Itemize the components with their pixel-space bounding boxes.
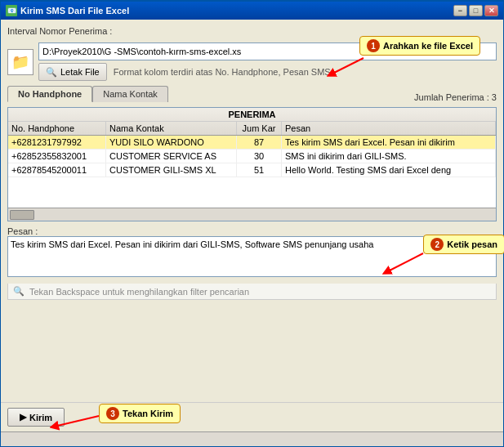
folder-icon: 📁 (11, 53, 29, 71)
file-btn-row: 🔍 Letak File Format kolom terdiri atas N… (38, 63, 497, 81)
main-window: 📧 Kirim SMS Dari File Excel − □ ✕ Interv… (0, 0, 504, 447)
table-row[interactable]: +6281231797992 YUDI SILO WARDONO 87 Tes … (8, 136, 496, 150)
file-section: 📁 🔍 Letak File Format kolom terdiri atas… (7, 42, 497, 81)
cell-jum-1: 30 (237, 150, 282, 163)
status-bar (1, 431, 503, 446)
file-icon: 📁 (7, 49, 33, 75)
title-buttons: − □ ✕ (453, 5, 498, 16)
pesan-label: Pesan : (7, 226, 38, 236)
callout-2: 2 Ketik pesan (423, 235, 504, 254)
cell-nama-0: YUDI SILO WARDONO (106, 136, 237, 149)
window-content: Interval Nomor Penerima : 📁 🔍 Letak File… (1, 20, 503, 402)
window-icon: 📧 (6, 5, 17, 16)
search-hint: Tekan Backspace untuk menghilangkan filt… (29, 287, 249, 297)
table-row[interactable]: +62852355832001 CUSTOMER SERVICE AS 30 S… (8, 150, 496, 163)
tab-nama-kontak[interactable]: Nama Kontak (92, 86, 168, 102)
col-header-no: No. Handphone (8, 122, 106, 135)
callout-3-arrow (50, 412, 103, 432)
table-header: PENERIMA No. Handphone Nama Kontak Jum K… (8, 108, 496, 136)
cell-nama-2: CUSTOMER GILI-SMS XL (106, 163, 237, 177)
cell-nama-1: CUSTOMER SERVICE AS (106, 150, 237, 163)
cell-no-2: +62878545200011 (8, 163, 106, 177)
window-title: Kirim SMS Dari File Excel (20, 6, 129, 16)
minimize-button[interactable]: − (453, 5, 467, 16)
table-row[interactable]: +62878545200011 CUSTOMER GILI-SMS XL 51 … (8, 163, 496, 177)
svg-line-0 (331, 58, 364, 74)
cell-jum-0: 87 (237, 136, 282, 149)
pesan-section: Pesan : Tes kirim SMS dari Excel. Pesan … (7, 226, 497, 279)
format-text: Format kolom terdiri atas No. Handphone,… (114, 67, 331, 77)
callout-2-text: Ketik pesan (447, 239, 497, 249)
col-header-nama: Nama Kontak (106, 122, 237, 135)
search-icon: 🔍 (13, 286, 25, 297)
tab-no-handphone[interactable]: No Handphone (7, 86, 92, 102)
horizontal-scrollbar[interactable] (8, 208, 496, 221)
svg-line-2 (54, 416, 99, 427)
callout-1-arrow (327, 54, 368, 78)
callout-3: 3 Tekan Kirim (99, 404, 181, 423)
callout-1-number: 1 (367, 39, 380, 52)
callout-2-number: 2 (430, 238, 444, 251)
cell-jum-2: 51 (237, 163, 282, 177)
cell-pesan-2: Hello World. Testing SMS dari Excel deng (282, 163, 496, 177)
cell-no-1: +62852355832001 (8, 150, 106, 163)
callout-2-arrow (382, 249, 427, 278)
search-icon: 🔍 (46, 67, 57, 78)
callout-3-text: Tekan Kirim (123, 409, 173, 418)
tabs-row: No Handphone Nama Kontak Jumlah Penerima… (7, 86, 497, 102)
penerima-title: PENERIMA (8, 108, 496, 122)
col-header-jum: Jum Kar (237, 122, 282, 135)
col-header-pesan: Pesan (282, 122, 496, 135)
letak-file-button[interactable]: 🔍 Letak File (38, 63, 107, 81)
scrollbar-thumb[interactable] (10, 210, 34, 220)
col-headers: No. Handphone Nama Kontak Jum Kar Pesan (8, 122, 496, 135)
table-body: +6281231797992 YUDI SILO WARDONO 87 Tes … (8, 136, 496, 208)
jumlah-penerima: Jumlah Penerima : 3 (414, 92, 497, 102)
bottom-section: ▶ Kirim 3 Tekan Kirim (1, 402, 503, 431)
callout-1: 1 Arahkan ke file Excel (359, 36, 480, 56)
svg-line-1 (386, 253, 423, 272)
callout-1-text: Arahkan ke file Excel (383, 41, 473, 51)
play-icon: ▶ (20, 412, 26, 422)
cell-pesan-1: SMS ini dikirim dari GILI-SMS. (282, 150, 496, 163)
callout-3-number: 3 (106, 407, 119, 420)
cell-pesan-0: Tes kirim SMS dari Excel. Pesan ini diki… (282, 136, 496, 149)
title-bar: 📧 Kirim SMS Dari File Excel − □ ✕ (1, 2, 503, 20)
search-bar: 🔍 Tekan Backspace untuk menghilangkan fi… (7, 284, 497, 300)
interval-label: Interval Nomor Penerima : (7, 26, 497, 36)
tabs-container: No Handphone Nama Kontak (7, 86, 168, 102)
data-table: PENERIMA No. Handphone Nama Kontak Jum K… (7, 107, 497, 221)
cell-no-0: +6281231797992 (8, 136, 106, 149)
close-button[interactable]: ✕ (484, 5, 498, 16)
maximize-button[interactable]: □ (469, 5, 483, 16)
